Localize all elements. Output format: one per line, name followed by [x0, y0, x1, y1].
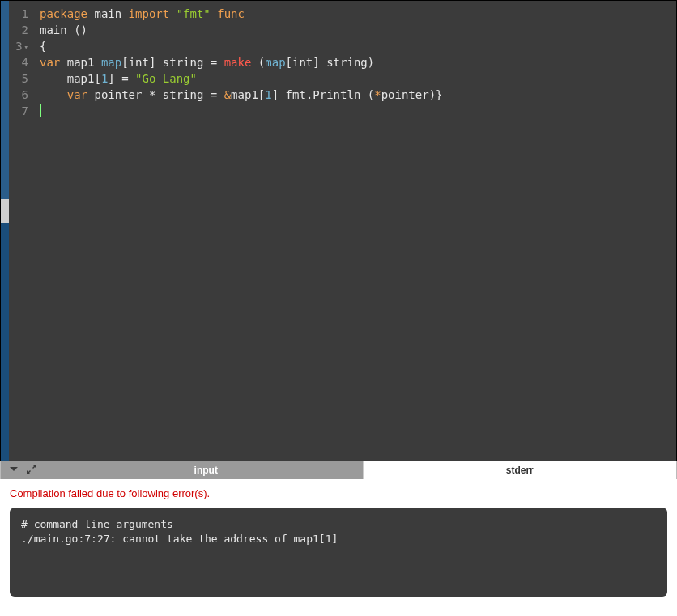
- tab-stderr[interactable]: stderr: [363, 461, 677, 479]
- text-cursor: [40, 104, 41, 117]
- output-area: Compilation failed due to following erro…: [0, 479, 677, 608]
- code-content[interactable]: package main import "fmt" funcmain (){va…: [33, 1, 676, 461]
- tab-input-label: input: [194, 465, 218, 476]
- tab-input[interactable]: input: [49, 461, 363, 479]
- panel-controls-left: [1, 461, 49, 479]
- compilation-error-heading: Compilation failed due to following erro…: [10, 487, 667, 499]
- code-line[interactable]: main (): [40, 22, 676, 38]
- stderr-console: # command-line-arguments ./main.go:7:27:…: [10, 508, 667, 597]
- tab-stderr-label: stderr: [506, 465, 534, 476]
- chevron-down-icon[interactable]: [9, 464, 19, 477]
- code-line[interactable]: var map1 map[int] string = make (map[int…: [40, 54, 676, 70]
- code-line[interactable]: {: [40, 38, 676, 54]
- line-number: 5: [9, 70, 28, 87]
- line-number: 1: [9, 6, 28, 22]
- code-line[interactable]: map1[1] = "Go Lang": [40, 70, 676, 87]
- code-line[interactable]: [40, 103, 676, 119]
- code-editor[interactable]: 1234567 package main import "fmt" funcma…: [0, 0, 677, 461]
- code-line[interactable]: package main import "fmt" func: [40, 6, 676, 22]
- line-number: 3: [9, 38, 28, 54]
- line-number: 7: [9, 103, 28, 119]
- line-number: 4: [9, 54, 28, 70]
- line-number: 2: [9, 22, 28, 38]
- line-number: 6: [9, 87, 28, 103]
- expand-icon[interactable]: [27, 464, 36, 477]
- editor-minimap-strip: [1, 1, 9, 461]
- output-panel-tabs: input stderr: [0, 461, 677, 479]
- code-line[interactable]: var pointer * string = &map1[1] fmt.Prin…: [40, 87, 676, 103]
- line-number-gutter: 1234567: [9, 1, 33, 461]
